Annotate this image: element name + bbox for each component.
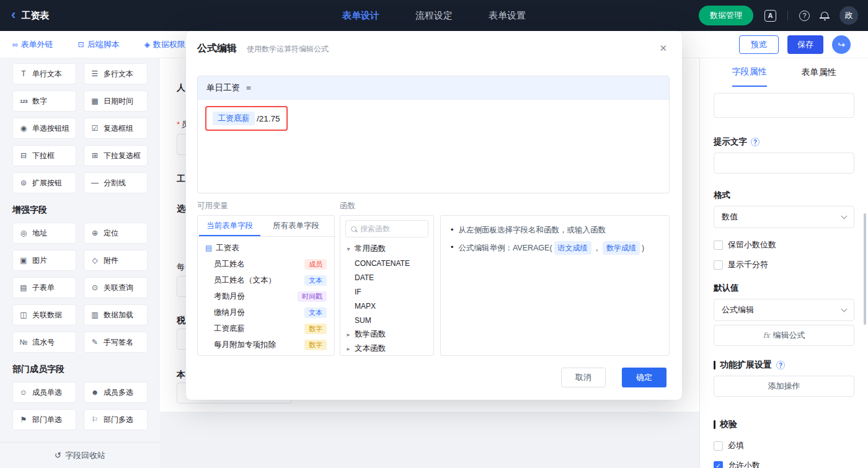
field-title-input[interactable] [714, 93, 854, 118]
tab-current-form-fields[interactable]: 当前表单字段 [199, 216, 260, 236]
field-button[interactable]: ⚑部门单选 [12, 409, 76, 430]
function-group[interactable]: ▸数学函数 [345, 327, 428, 342]
field-button[interactable]: ◇附件 [84, 250, 148, 271]
translate-icon[interactable]: A [764, 10, 776, 22]
function-group[interactable]: ▾常用函数 [345, 242, 428, 256]
field-button[interactable]: ⊕定位 [84, 223, 148, 244]
checkbox-allow-decimal[interactable]: ✓ 允许小数 [714, 460, 854, 468]
formula-help-panel: • 从左侧面板选择字段名和函数，或输入函数 • 公式编辑举例：AVERAGE( … [440, 215, 670, 356]
scrollbar-thumb[interactable] [864, 213, 866, 325]
field-button[interactable]: ▤子表单 [12, 277, 76, 298]
field-button[interactable]: ◫关联数据 [12, 304, 76, 325]
tab-field-properties[interactable]: 字段属性 [732, 58, 767, 87]
variable-item[interactable]: 每月附加专项扣除数字 [205, 337, 327, 353]
add-action-button[interactable]: 添加操作 [714, 376, 854, 397]
variable-item[interactable]: 员工姓名（文本）文本 [205, 272, 327, 288]
toolbar-item[interactable]: ◈数据权限 [144, 39, 185, 50]
hint-text-input[interactable] [714, 152, 854, 174]
save-button[interactable]: 保存 [787, 35, 823, 54]
field-button[interactable]: ☰多行文本 [84, 63, 148, 84]
field-button[interactable]: ✎手写签名 [84, 332, 148, 353]
close-icon[interactable]: ✕ [659, 43, 667, 54]
field-button[interactable]: 123数字 [12, 91, 76, 112]
function-item[interactable]: MAPX [345, 299, 428, 313]
cancel-button[interactable]: 取消 [561, 368, 606, 387]
toolbar-item[interactable]: ⊡后端脚本 [78, 39, 120, 50]
help-icon[interactable]: ? [751, 138, 760, 146]
edit-formula-label: 编辑公式 [773, 330, 805, 341]
field-button[interactable]: ▦日期时间 [84, 91, 148, 112]
help-icon[interactable]: ? [776, 361, 785, 369]
format-label-row: 格式 [714, 190, 854, 201]
location-icon: ⊕ [90, 229, 100, 237]
linked-query-icon: ⊙ [90, 283, 100, 292]
toolbar-item-label: 后端脚本 [87, 39, 120, 50]
field-button[interactable]: ☺成员单选 [12, 382, 76, 403]
formula-expression-highlight[interactable]: 工资底薪 /21.75 [205, 106, 288, 131]
properties-body: 提示文字 ? 格式 数值 保留小数位数 显示千分符 默认值 公式编辑 fx 编辑… [700, 93, 868, 468]
confirm-button[interactable]: 确定 [622, 368, 666, 387]
function-item[interactable]: CONCATENATE [345, 256, 428, 270]
format-select[interactable]: 数值 [714, 206, 854, 228]
variable-item[interactable]: 工资底薪数字 [205, 320, 327, 337]
variable-item[interactable]: 考勤月份时间戳 [205, 288, 327, 304]
field-button[interactable]: ⊜扩展按钮 [12, 172, 76, 193]
field-button-label: 扩展按钮 [32, 178, 62, 188]
back-button[interactable]: ‹ 工资表 [11, 10, 49, 22]
function-item[interactable]: DATE [345, 270, 428, 285]
function-item[interactable]: SUM [345, 313, 428, 327]
field-button[interactable]: ⊟下拉框 [12, 145, 76, 166]
function-group[interactable]: ▸文本函数 [345, 342, 428, 356]
field-button[interactable]: —分割线 [84, 172, 148, 193]
linked-data-icon: ◫ [19, 311, 29, 319]
field-button[interactable]: №流水号 [12, 332, 76, 353]
tab-all-form-fields[interactable]: 所有表单字段 [265, 216, 327, 236]
avatar[interactable]: 政 [839, 6, 858, 25]
panel-labels-row: 可用变量 函数 [197, 201, 670, 211]
variable-tree: ▤工资表员工姓名成员员工姓名（文本）文本考勤月份时间戳缴纳月份文本工资底薪数字每… [198, 237, 334, 356]
radio-group-icon: ◉ [19, 124, 29, 133]
help-icon[interactable]: ? [799, 11, 810, 21]
toolbar-item[interactable]: ∞表单外链 [12, 39, 53, 50]
field-button[interactable]: ▥数据加载 [84, 304, 148, 325]
dropdown-icon: ⊟ [19, 151, 29, 160]
variable-item[interactable]: 缴纳月份文本 [205, 304, 327, 320]
topbar-tab[interactable]: 流程设定 [415, 10, 453, 22]
formula-input-area[interactable]: 工资底薪 /21.75 [198, 100, 669, 137]
notification-bell-icon[interactable] [821, 12, 828, 20]
checkbox-group-icon: ☑ [90, 124, 100, 133]
field-button-label: 下拉框 [32, 151, 55, 161]
field-button[interactable]: ☑复选框组 [84, 118, 148, 139]
field-button[interactable]: ◎地址 [12, 223, 76, 244]
default-value-select[interactable]: 公式编辑 [714, 299, 854, 321]
field-button[interactable]: ⚐部门多选 [84, 409, 148, 430]
data-manage-button[interactable]: 数据管理 [699, 6, 753, 25]
topbar-tab[interactable]: 表单设计 [342, 10, 379, 22]
function-search[interactable] [345, 220, 428, 237]
field-button-label: 复选框组 [104, 123, 133, 134]
checkbox-required[interactable]: 必填 [714, 440, 854, 451]
variable-item[interactable]: 员工姓名成员 [205, 256, 327, 272]
share-button[interactable]: ↪ [832, 35, 851, 54]
checkbox-keep-decimal[interactable]: 保留小数位数 [714, 239, 854, 250]
field-button[interactable]: ◉单选按钮组 [12, 118, 76, 139]
preview-button[interactable]: 预览 [739, 35, 779, 54]
field-button[interactable]: ⊙关联查询 [84, 277, 148, 298]
edit-formula-button[interactable]: fx 编辑公式 [714, 325, 854, 346]
topbar-right: 数据管理 A ? 政 [699, 6, 868, 25]
variable-tree-root[interactable]: ▤工资表 [205, 240, 327, 256]
tab-form-properties[interactable]: 表单属性 [802, 58, 836, 87]
topbar-tab[interactable]: 表单设置 [489, 10, 526, 22]
function-search-input[interactable] [360, 224, 423, 233]
field-button[interactable]: T单行文本 [12, 63, 76, 84]
field-recycle-bin[interactable]: ↺ 字段回收站 [0, 442, 160, 468]
variable-type-tag: 成员 [304, 259, 327, 270]
function-item[interactable]: IF [345, 285, 428, 299]
field-button[interactable]: ☻成员多选 [84, 382, 148, 403]
recycle-bin-label: 字段回收站 [65, 450, 105, 461]
checkbox-thousand-separator[interactable]: 显示千分符 [714, 259, 854, 270]
field-button[interactable]: ⊞下拉复选框 [84, 145, 148, 166]
field-button[interactable]: ▣图片 [12, 250, 76, 271]
field-chip[interactable]: 工资底薪 [213, 112, 255, 125]
fragment-text: 工 [177, 174, 185, 183]
